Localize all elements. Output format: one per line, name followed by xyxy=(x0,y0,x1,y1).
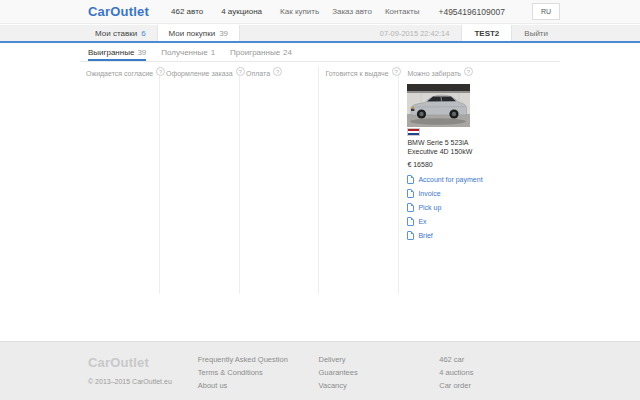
document-icon xyxy=(407,217,414,226)
main-content: Выигранные 39 Полученные 1 Проигранные 2… xyxy=(80,45,560,294)
document-icon xyxy=(407,189,414,198)
link-brief-label: Brief xyxy=(418,232,432,239)
top-nav-right: Как купить Заказ авто Контакты +49541961… xyxy=(280,3,560,20)
phone-number[interactable]: +4954196109007 xyxy=(438,7,504,17)
stage-column-order-processing: Оформление заказа ? xyxy=(160,66,240,294)
page-footer: CarOutlet © 2013–2015 CarOutlet.eu Frequ… xyxy=(0,341,640,400)
footer-link-about[interactable]: About us xyxy=(198,381,319,390)
purchase-stages-board: Ожидается согласие ? Оформление заказа ?… xyxy=(80,66,560,294)
document-icon xyxy=(407,231,414,240)
link-invoice-label: Invoice xyxy=(418,190,440,197)
top-bar: CarOutlet 462 авто 4 аукциона Как купить… xyxy=(0,0,640,24)
subtab-won-count: 39 xyxy=(137,48,146,57)
link-pick-up-label: Pick up xyxy=(418,204,441,211)
document-icon xyxy=(407,203,414,212)
subtab-received[interactable]: Полученные 1 xyxy=(161,45,215,61)
link-account-for-payment-label: Account for payment xyxy=(418,176,482,183)
document-icon xyxy=(407,175,414,184)
netherlands-flag-icon xyxy=(407,128,420,136)
user-menu[interactable]: TEST2 xyxy=(461,25,512,41)
brand-logo[interactable]: CarOutlet xyxy=(88,4,149,19)
help-icon[interactable]: ? xyxy=(273,67,282,76)
top-nav-left: 462 авто 4 аукциона xyxy=(171,7,262,16)
subtab-received-label: Полученные xyxy=(161,48,207,57)
tab-my-purchases-label: Мои покупки xyxy=(169,29,216,38)
subtab-lost-label: Проигранные xyxy=(230,48,280,57)
link-brief[interactable]: Brief xyxy=(407,231,473,240)
subtab-received-count: 1 xyxy=(211,48,215,57)
footer-link-vacancy[interactable]: Vacancy xyxy=(319,381,440,390)
footer-link-faq[interactable]: Frequently Asked Question xyxy=(198,355,319,364)
car-price: € 16580 xyxy=(407,161,473,168)
nav-how-to-buy[interactable]: Как купить xyxy=(280,7,319,16)
link-pick-up[interactable]: Pick up xyxy=(407,203,473,212)
stage-column-awaiting-consent: Ожидается согласие ? xyxy=(80,66,160,294)
footer-copyright: © 2013–2015 CarOutlet.eu xyxy=(88,378,198,385)
link-invoice[interactable]: Invoice xyxy=(407,189,473,198)
subtab-lost[interactable]: Проигранные 24 xyxy=(230,45,292,61)
nav-auctions-count[interactable]: 4 аукциона xyxy=(221,7,262,16)
footer-brand: CarOutlet © 2013–2015 CarOutlet.eu xyxy=(80,355,198,394)
server-datetime: 07-09-2015 22:42:14 xyxy=(380,29,450,38)
car-card: BMW Serie 5 523iA Executive 4D 150kW € 1… xyxy=(407,84,473,240)
nav-contacts[interactable]: Контакты xyxy=(385,7,420,16)
stage-column-ready-for-pickup: Можно забирать ? xyxy=(399,66,560,294)
link-ex-label: Ex xyxy=(418,218,426,225)
tab-my-bids[interactable]: Мои ставки 6 xyxy=(84,25,157,41)
logout-link[interactable]: Выйти xyxy=(512,25,560,41)
help-icon[interactable]: ? xyxy=(236,67,245,76)
stage-payment-title: Оплата xyxy=(246,70,270,77)
nav-car-order[interactable]: Заказ авто xyxy=(332,7,372,16)
tab-my-bids-label: Мои ставки xyxy=(95,29,137,38)
language-selector[interactable]: RU xyxy=(532,3,560,20)
subtab-won[interactable]: Выигранные 39 xyxy=(88,45,146,61)
subtab-lost-count: 24 xyxy=(283,48,292,57)
car-title[interactable]: BMW Serie 5 523iA Executive 4D 150kW xyxy=(407,139,473,156)
help-icon[interactable]: ? xyxy=(392,67,401,76)
footer-link-car-order[interactable]: Car order xyxy=(439,381,560,390)
tab-my-purchases-count: 39 xyxy=(219,29,228,38)
footer-link-guarantees[interactable]: Guarantees xyxy=(319,368,440,377)
tab-my-bids-count: 6 xyxy=(141,29,145,38)
stage-awaiting-consent-title: Ожидается согласие xyxy=(86,70,153,77)
footer-link-delivery[interactable]: Delivery xyxy=(319,355,440,364)
stage-column-preparing-for-pickup: Готовится к выдаче ? xyxy=(319,66,399,294)
footer-column-info: Frequently Asked Question Terms & Condit… xyxy=(198,355,319,394)
account-tab-bar: Мои ставки 6 Мои покупки 39 07-09-2015 2… xyxy=(0,25,640,43)
footer-logo: CarOutlet xyxy=(88,355,198,370)
footer-column-catalog: 462 car 4 auctions Car order xyxy=(439,355,560,394)
nav-cars-count[interactable]: 462 авто xyxy=(171,7,203,16)
help-icon[interactable]: ? xyxy=(464,67,473,76)
footer-link-auctions[interactable]: 4 auctions xyxy=(439,368,560,377)
car-document-links: Account for payment Invoice Pick up Ex xyxy=(407,175,473,240)
car-photo[interactable] xyxy=(407,84,470,127)
footer-column-services: Delivery Guarantees Vacancy xyxy=(319,355,440,394)
footer-link-cars[interactable]: 462 car xyxy=(439,355,560,364)
stage-ready-title: Можно забирать xyxy=(407,70,461,77)
link-account-for-payment[interactable]: Account for payment xyxy=(407,175,473,184)
stage-column-payment: Оплата ? xyxy=(240,66,319,294)
footer-link-terms[interactable]: Terms & Conditions xyxy=(198,368,319,377)
stage-order-processing-title: Оформление заказа xyxy=(166,70,233,77)
link-ex[interactable]: Ex xyxy=(407,217,473,226)
tab-my-purchases[interactable]: Мои покупки 39 xyxy=(157,25,240,41)
purchases-subtabs: Выигранные 39 Полученные 1 Проигранные 2… xyxy=(80,45,560,62)
stage-preparing-title: Готовится к выдаче xyxy=(325,70,388,77)
subtab-won-label: Выигранные xyxy=(88,48,134,57)
